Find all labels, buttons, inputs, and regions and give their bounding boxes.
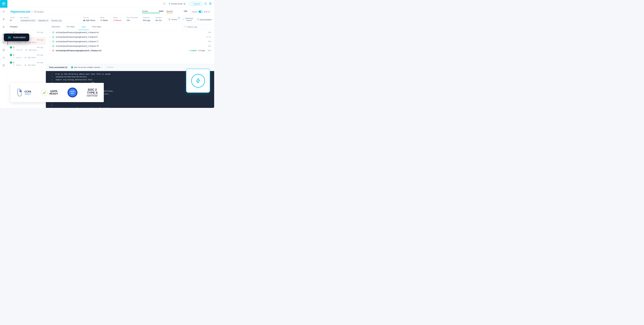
chevron-icon[interactable] xyxy=(49,40,51,43)
eu-stars-icon xyxy=(40,89,48,96)
apple-icon xyxy=(83,19,85,21)
search-input[interactable] xyxy=(187,26,210,28)
svg-point-7 xyxy=(3,57,4,58)
group-time: 3hrs ago xyxy=(37,31,43,33)
tab-pre-steps[interactable]: Pre steps xyxy=(63,24,78,30)
user-icon[interactable] xyxy=(209,2,212,6)
status-dot-icon xyxy=(169,3,170,4)
svg-text:AICPA: AICPA xyxy=(70,91,75,92)
toggle-switch-icon[interactable] xyxy=(198,11,203,13)
group-num: 4 xyxy=(13,54,14,56)
external-link-icon[interactable] xyxy=(101,67,103,68)
svg-point-42 xyxy=(41,91,42,92)
svg-rect-33 xyxy=(20,90,22,92)
test-chip[interactable]: 3MCY9-4G1HH-VPMBC-NOHEG xyxy=(70,66,104,69)
robot-icon xyxy=(8,36,11,39)
status-icon xyxy=(52,40,54,43)
nav-bug-icon[interactable] xyxy=(0,54,8,62)
code-line: 12 xyxy=(46,104,214,107)
documentation-link[interactable]: Documentation xyxy=(197,19,212,21)
nav-dashboard-icon[interactable] xyxy=(0,8,8,16)
svg-point-40 xyxy=(42,95,43,95)
log-file: src/main/java/Features/googlesearch_4.fe… xyxy=(56,31,207,34)
log-row[interactable]: src/main/java/Features/googlesearch_4.fe… xyxy=(46,48,214,53)
bolt-ring xyxy=(191,74,205,88)
group-item[interactable]: 3 5hrs ago 14m 21s High Sierra xyxy=(8,45,46,53)
search-logs[interactable] xyxy=(183,25,212,29)
stat-queued: Queued 7/25 xyxy=(166,10,187,13)
log-row[interactable]: src/main/java/Features/googlesearch_4.fe… xyxy=(46,39,214,44)
group-item[interactable]: 4 5hrs ago 14m 2s High Sierra xyxy=(8,53,46,60)
group-time: 5hrs ago xyxy=(37,54,43,56)
label-chip[interactable]: Hypertest_UI xyxy=(37,19,49,22)
classic-label: Classic xyxy=(192,11,198,13)
breadcrumb-groups: Groups xyxy=(34,10,44,13)
download-report-button[interactable]: Download Report xyxy=(181,16,195,23)
stat-parallel-val: 25/25 xyxy=(159,10,163,12)
nav-battery2-icon[interactable] xyxy=(0,23,8,31)
meta-mode-val: Matrix xyxy=(103,19,108,22)
clock-icon xyxy=(13,64,15,66)
apps-grid-icon[interactable] xyxy=(163,2,166,5)
svg-point-5 xyxy=(3,42,4,43)
tunnels-status[interactable]: Tunnels Active 3 xyxy=(168,2,187,6)
tunnels-count: 3 xyxy=(183,3,186,5)
apple-icon xyxy=(24,64,26,66)
label-chip[interactable]: Automation UI V2.0 xyxy=(20,19,36,22)
svg-point-32 xyxy=(10,37,10,38)
copy-button[interactable]: Copy xyxy=(198,50,205,52)
svg-rect-12 xyxy=(164,4,166,5)
parallel-bar xyxy=(142,13,160,13)
log-duration: 1m 2s xyxy=(206,36,211,38)
chevron-icon[interactable] xyxy=(49,49,51,52)
tab-logs[interactable]: Logs xyxy=(78,24,89,30)
log-row[interactable]: src/main/java/Features/googlesearch_4.fe… xyxy=(46,44,214,48)
svg-point-38 xyxy=(46,95,46,95)
svg-point-36 xyxy=(47,91,47,92)
download-icon xyxy=(183,19,184,20)
log-row[interactable]: src/main/java/Features/googlesearch_5.fe… xyxy=(46,35,214,39)
artifacts-button[interactable]: Artifacts 1 xyxy=(167,18,180,22)
ccpa-badge: CCPAREADY xyxy=(16,89,31,96)
svg-point-31 xyxy=(9,37,9,38)
chevron-icon[interactable] xyxy=(49,31,51,34)
svg-rect-9 xyxy=(164,3,164,4)
meta-os: Job OS High Sierra xyxy=(81,15,98,24)
compliance-card: CCPAREADY GDPRREADY AICPA SOC SOC 2 TYPE… xyxy=(10,83,104,102)
docs-label: Documentation xyxy=(200,19,212,21)
bell-icon[interactable] xyxy=(204,2,207,6)
label-chip[interactable]: Success_Log xyxy=(50,19,62,22)
meta-duration-val: 3m 21s xyxy=(156,19,162,22)
apple-icon xyxy=(25,42,26,44)
status-icon xyxy=(10,54,12,56)
breadcrumb-hyper[interactable]: Hyperexecute xyxy=(10,10,30,13)
tests-assoc-label: Tests associated (1): xyxy=(49,66,68,69)
meta-started-val: 3hrs ago xyxy=(143,19,150,22)
upgrade-button[interactable]: Upgrade xyxy=(189,2,202,6)
nav-doc-icon[interactable] xyxy=(0,46,8,54)
log-row[interactable]: src/main/java/Features/googlesearch_4.fe… xyxy=(46,30,214,35)
log-duration: 37s xyxy=(208,50,211,52)
chevron-icon[interactable] xyxy=(49,45,51,47)
ui-mode-toggle[interactable]: Classic New UI xyxy=(190,10,211,14)
group-item[interactable]: 5 3hrs ago 14m 2s High Sierra xyxy=(8,60,46,68)
meta-duration: Duration 3m 21s xyxy=(153,15,164,24)
chevron-icon[interactable] xyxy=(49,36,51,38)
tab-post-steps[interactable]: Post steps xyxy=(89,24,104,30)
status-icon xyxy=(52,31,54,34)
tunnels-label: Tunnels Active xyxy=(171,3,182,5)
logo[interactable] xyxy=(0,0,8,8)
nav-battery1-icon[interactable] xyxy=(0,16,8,23)
log-file: src/main/java/Features/googlesearch_4.fe… xyxy=(56,40,207,43)
file-icon xyxy=(168,19,170,20)
nav-contrast-icon[interactable] xyxy=(0,62,8,69)
log-file: src/main/java/Features/googlesearch_5.fe… xyxy=(56,36,205,38)
search-icon xyxy=(184,26,186,28)
artifacts-badge: 1 xyxy=(178,17,180,19)
svg-point-22 xyxy=(185,26,186,27)
meta-os-label: Job OS xyxy=(83,17,95,19)
log-file: src/main/java/Features/googlesearch_4.fe… xyxy=(56,50,188,52)
tab-discovery[interactable]: Discovery xyxy=(48,24,63,30)
meta-mode-label: Mode xyxy=(100,17,108,19)
svg-point-34 xyxy=(44,89,44,90)
